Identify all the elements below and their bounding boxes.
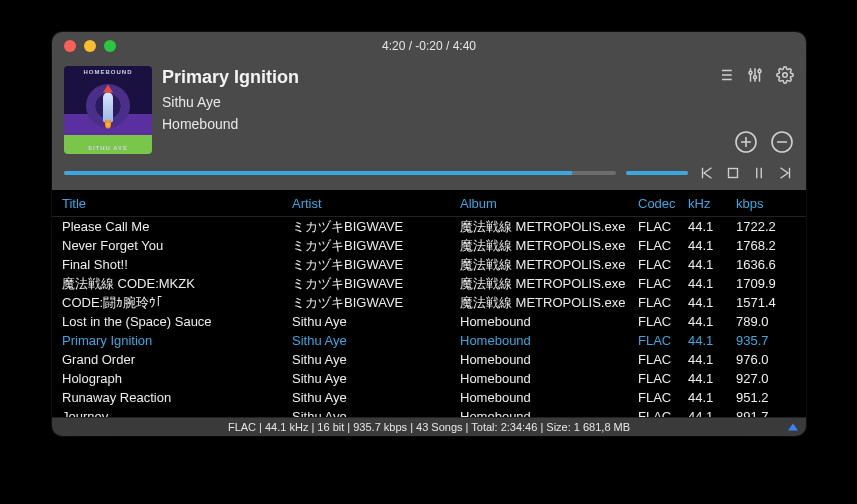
track-codec: FLAC [638,236,688,255]
track-row[interactable]: Please Call MeミカヅキBIGWAVE魔法戦線 METROPOLIS… [52,217,806,236]
track-artist: ミカヅキBIGWAVE [292,293,460,312]
track-row[interactable]: Runaway ReactionSithu AyeHomeboundFLAC44… [52,388,806,407]
volume-slider[interactable] [626,171,688,175]
track-artist: Sithu Aye [292,312,460,331]
zoom-window-button[interactable] [104,40,116,52]
track-kbps: 1722.2 [736,217,796,236]
art-top-label: HOMEBOUND [64,69,152,75]
svg-rect-19 [729,169,738,178]
column-title[interactable]: Title [62,196,292,211]
track-codec: FLAC [638,369,688,388]
track-artist: Sithu Aye [292,407,460,417]
track-kbps: 927.0 [736,369,796,388]
equalizer-icon[interactable] [746,66,764,84]
track-codec: FLAC [638,407,688,417]
track-khz: 44.1 [688,388,736,407]
track-album: 魔法戦線 METROPOLIS.exe [460,274,638,293]
track-kbps: 891.7 [736,407,796,417]
now-playing-header: HOMEBOUND SITHU AYE Primary Ignition Sit… [52,60,806,164]
column-album[interactable]: Album [460,196,638,211]
track-artist: Sithu Aye [292,331,460,350]
track-row[interactable]: HolographSithu AyeHomeboundFLAC44.1927.0 [52,369,806,388]
svg-point-7 [749,71,752,74]
track-title: Holograph [62,369,292,388]
track-khz: 44.1 [688,331,736,350]
remove-button[interactable] [770,130,794,154]
track-title: CODE:闘ｶ腕玲ｳ｢ [62,293,292,312]
track-codec: FLAC [638,217,688,236]
previous-button[interactable] [698,164,716,182]
track-khz: 44.1 [688,255,736,274]
track-kbps: 1571.4 [736,293,796,312]
track-kbps: 976.0 [736,350,796,369]
track-kbps: 1709.9 [736,274,796,293]
track-artist: ミカヅキBIGWAVE [292,236,460,255]
track-meta: Primary Ignition Sithu Aye Homebound [162,66,706,154]
next-button[interactable] [776,164,794,182]
status-triangle-icon[interactable] [788,424,798,431]
track-title: Final Shot!! [62,255,292,274]
track-row[interactable]: 魔法戦線 CODE:MKZKミカヅキBIGWAVE魔法戦線 METROPOLIS… [52,274,806,293]
controls-row [52,164,806,190]
playlist-body: Please Call MeミカヅキBIGWAVE魔法戦線 METROPOLIS… [52,217,806,417]
track-khz: 44.1 [688,236,736,255]
track-album: Homebound [460,407,638,417]
track-row[interactable]: Primary IgnitionSithu AyeHomeboundFLAC44… [52,331,806,350]
close-window-button[interactable] [64,40,76,52]
track-artist: ミカヅキBIGWAVE [292,217,460,236]
track-album: Homebound [460,388,638,407]
track-title: 魔法戦線 CODE:MKZK [62,274,292,293]
playlist: Title Artist Album Codec kHz kbps Please… [52,190,806,417]
track-title: Please Call Me [62,217,292,236]
gear-icon[interactable] [776,66,794,84]
track-codec: FLAC [638,350,688,369]
progress-bar[interactable] [64,171,616,175]
track-khz: 44.1 [688,274,736,293]
track-khz: 44.1 [688,369,736,388]
track-title: Primary Ignition [162,68,706,88]
track-kbps: 951.2 [736,388,796,407]
stop-button[interactable] [724,164,742,182]
column-kbps[interactable]: kbps [736,196,796,211]
track-khz: 44.1 [688,312,736,331]
track-kbps: 1768.2 [736,236,796,255]
header-controls [716,66,794,154]
track-row[interactable]: Never Forget YouミカヅキBIGWAVE魔法戦線 METROPOL… [52,236,806,255]
track-row[interactable]: CODE:闘ｶ腕玲ｳ｢ミカヅキBIGWAVE魔法戦線 METROPOLIS.ex… [52,293,806,312]
minimize-window-button[interactable] [84,40,96,52]
track-codec: FLAC [638,331,688,350]
track-codec: FLAC [638,312,688,331]
track-row[interactable]: JourneySithu AyeHomeboundFLAC44.1891.7 [52,407,806,417]
column-khz[interactable]: kHz [688,196,736,211]
track-artist: ミカヅキBIGWAVE [292,274,460,293]
track-khz: 44.1 [688,350,736,369]
track-row[interactable]: Lost in the (Space) SauceSithu AyeHomebo… [52,312,806,331]
svg-point-9 [754,76,757,79]
playlist-header: Title Artist Album Codec kHz kbps [52,190,806,217]
column-artist[interactable]: Artist [292,196,460,211]
track-title: Runaway Reaction [62,388,292,407]
track-album: Homebound [460,350,638,369]
status-bar: FLAC | 44.1 kHz | 16 bit | 935.7 kbps | … [52,417,806,436]
track-row[interactable]: Final Shot!!ミカヅキBIGWAVE魔法戦線 METROPOLIS.e… [52,255,806,274]
track-title: Lost in the (Space) Sauce [62,312,292,331]
track-artist: ミカヅキBIGWAVE [292,255,460,274]
track-codec: FLAC [638,388,688,407]
track-title: Primary Ignition [62,331,292,350]
track-artist: Sithu Aye [292,350,460,369]
pause-button[interactable] [750,164,768,182]
add-button[interactable] [734,130,758,154]
list-icon[interactable] [716,66,734,84]
track-artist: Sithu Aye [292,369,460,388]
status-text: FLAC | 44.1 kHz | 16 bit | 935.7 kbps | … [228,421,630,433]
track-khz: 44.1 [688,407,736,417]
column-codec[interactable]: Codec [638,196,688,211]
track-codec: FLAC [638,255,688,274]
track-artist: Sithu Aye [162,94,706,110]
track-title: Never Forget You [62,236,292,255]
track-title: Journey [62,407,292,417]
track-album: 魔法戦線 METROPOLIS.exe [460,255,638,274]
track-album: 魔法戦線 METROPOLIS.exe [460,236,638,255]
track-row[interactable]: Grand OrderSithu AyeHomeboundFLAC44.1976… [52,350,806,369]
album-art[interactable]: HOMEBOUND SITHU AYE [64,66,152,154]
